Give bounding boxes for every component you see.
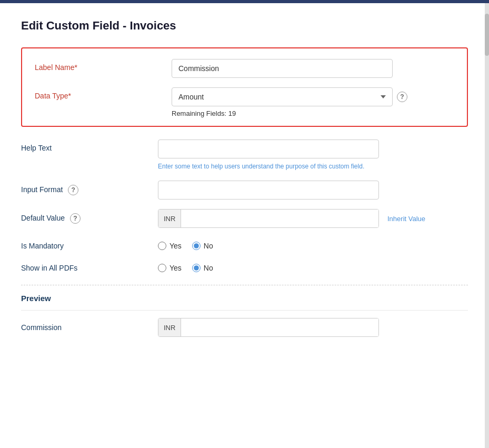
default-value-help-icon[interactable]: ? [70,213,81,224]
default-value-input-wrapper: INR [158,209,379,228]
preview-section: Preview Commission INR [21,285,468,344]
default-value-field-content: INR Inherit Value [158,209,468,228]
data-type-row: Data Type* Amount Text Number Date Check… [35,87,454,117]
show-pdfs-yes-label: Yes [169,264,182,272]
preview-currency-prefix: INR [158,318,181,336]
show-in-all-pdfs-radio-group: Yes No [158,260,468,272]
default-value-input[interactable] [181,210,378,227]
data-type-select[interactable]: Amount Text Number Date Checkbox [172,87,393,106]
show-in-all-pdfs-row: Show in All PDFs Yes No [21,260,468,272]
input-format-help-icon[interactable]: ? [68,185,78,195]
data-type-select-wrapper: Amount Text Number Date Checkbox ? [172,87,454,106]
is-mandatory-no-radio[interactable] [192,242,201,250]
is-mandatory-no-label: No [204,242,213,250]
preview-title: Preview [21,294,468,303]
label-name-input[interactable] [172,59,393,78]
label-name-label: Label Name* [35,59,172,72]
show-pdfs-yes-radio[interactable] [158,264,166,272]
remaining-fields-text: Remaining Fields: 19 [172,109,454,117]
preview-input-with-prefix: INR [158,318,379,337]
show-pdfs-no-option[interactable]: No [192,264,213,272]
input-format-row: Input Format ? [21,181,468,200]
is-mandatory-row: Is Mandatory Yes No [21,237,468,250]
default-value-label: Default Value ? [21,209,158,224]
is-mandatory-label: Is Mandatory [21,237,158,250]
show-in-all-pdfs-label: Show in All PDFs [21,260,158,272]
preview-input[interactable] [181,318,378,336]
default-value-wrapper: INR Inherit Value [158,209,468,228]
data-type-help-icon[interactable]: ? [397,92,407,102]
required-fields-section: Label Name* Data Type* Amount Text Numbe… [21,47,468,127]
show-pdfs-no-radio[interactable] [192,264,201,272]
page-container: Edit Custom Field - Invoices Label Name*… [0,3,489,448]
inherit-value-link[interactable]: Inherit Value [387,215,425,223]
scrollbar-thumb[interactable] [485,14,489,56]
preview-input-wrapper: INR [158,318,468,337]
is-mandatory-yes-label: Yes [169,242,182,250]
show-in-all-pdfs-field-content: Yes No [158,260,468,272]
show-pdfs-yes-option[interactable]: Yes [158,264,182,272]
default-value-row: Default Value ? INR Inherit Value [21,209,468,228]
data-type-field-content: Amount Text Number Date Checkbox ? Remai… [172,87,454,117]
is-mandatory-yes-option[interactable]: Yes [158,242,182,250]
preview-row: Commission INR [21,310,468,344]
data-type-label: Data Type* [35,87,172,100]
currency-prefix: INR [158,210,181,227]
preview-field-label: Commission [21,323,158,332]
help-text-row: Help Text Enter some text to help users … [21,140,468,171]
input-format-field-content [158,181,468,200]
show-pdfs-no-label: No [204,264,213,272]
help-text-label: Help Text [21,140,158,152]
input-format-label: Input Format ? [21,181,158,195]
label-name-field-content [172,59,454,78]
is-mandatory-no-option[interactable]: No [192,242,213,250]
help-text-hint: Enter some text to help users understand… [158,162,379,171]
page-title: Edit Custom Field - Invoices [21,19,468,33]
input-format-input[interactable] [158,181,379,200]
help-text-field-content: Enter some text to help users understand… [158,140,468,171]
preview-divider [21,285,468,285]
is-mandatory-yes-radio[interactable] [158,242,166,250]
page-wrapper: Edit Custom Field - Invoices Label Name*… [0,0,489,448]
help-text-input[interactable] [158,140,379,158]
label-name-row: Label Name* [35,59,454,78]
is-mandatory-radio-group: Yes No [158,237,468,250]
scrollbar[interactable] [485,3,489,448]
is-mandatory-field-content: Yes No [158,237,468,250]
